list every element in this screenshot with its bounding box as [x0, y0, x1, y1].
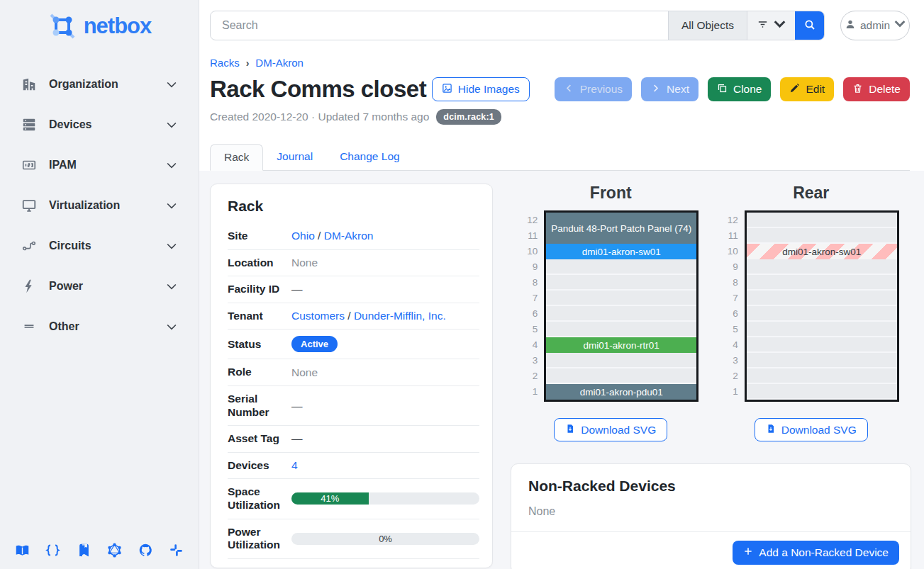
next-button[interactable]: Next: [641, 77, 698, 101]
slack-icon[interactable]: [169, 542, 184, 558]
person-icon: [845, 18, 856, 33]
search-scope-button[interactable]: All Objects: [668, 11, 747, 40]
search-filter-dropdown[interactable]: [747, 11, 795, 40]
unit-number: 5: [523, 322, 544, 337]
page-title: Rack Comms closet: [210, 76, 432, 103]
plus-icon: [743, 546, 753, 559]
page-header: Racks›DM-Akron Rack Comms closet Hide Im…: [199, 40, 924, 171]
detail-label: Status: [228, 329, 280, 359]
chevron-right-icon: [650, 83, 661, 96]
breadcrumb-link-racks[interactable]: Racks: [210, 57, 240, 69]
breadcrumb-chevron-icon: ›: [246, 57, 250, 69]
device-count-link[interactable]: 4: [291, 459, 298, 471]
link-dunder-mifflin-inc[interactable]: Dunder-Mifflin, Inc.: [354, 310, 446, 322]
add-non-racked-device-button[interactable]: Add a Non-Racked Device: [733, 541, 899, 565]
global-search-group: All Objects: [210, 11, 825, 40]
chevron-down-icon: [165, 158, 179, 172]
empty-rack-unit[interactable]: [747, 337, 897, 353]
empty-rack-unit[interactable]: [747, 368, 897, 384]
caret-down-icon: [894, 18, 906, 33]
rack-device-dmi01-akron-rtr01[interactable]: dmi01-akron-rtr01: [546, 337, 696, 353]
code-braces-icon[interactable]: [45, 542, 61, 558]
book-icon[interactable]: [76, 542, 91, 558]
book-open-icon[interactable]: [14, 542, 30, 558]
sidebar-item-virtualization[interactable]: Virtualization: [0, 185, 199, 225]
hide-images-button[interactable]: Hide Images: [432, 77, 530, 101]
graphql-icon[interactable]: [107, 542, 123, 558]
detail-label: Serial Number: [228, 385, 280, 425]
empty-rack-unit[interactable]: [747, 213, 897, 228]
detail-value: None: [280, 249, 479, 276]
sidebar-item-organization[interactable]: Organization: [0, 64, 199, 104]
previous-button[interactable]: Previous: [555, 77, 632, 101]
detail-label: Tenant: [228, 303, 280, 329]
github-icon[interactable]: [138, 542, 153, 558]
sidebar-item-label: Virtualization: [49, 199, 152, 212]
empty-rack-unit[interactable]: [747, 306, 897, 322]
tab-change-log[interactable]: Change Log: [326, 144, 413, 171]
rack-device-dmi01-akron-sw01[interactable]: dmi01-akron-sw01: [747, 244, 897, 259]
user-menu[interactable]: admin: [840, 11, 910, 40]
elevation-title: Front: [590, 184, 632, 203]
unit-number: 9: [523, 259, 544, 275]
tabs: RackJournalChange Log: [210, 144, 910, 171]
tab-rack[interactable]: Rack: [210, 144, 263, 171]
rack-device-panduit-48-port-patch-panel-74[interactable]: Panduit 48-Port Patch Panel (74): [546, 213, 696, 244]
unit-number: 3: [723, 353, 745, 368]
netbox-logo-text: netbox: [84, 13, 152, 39]
detail-value: None: [280, 359, 479, 386]
detail-value: —: [280, 426, 479, 453]
empty-rack-unit[interactable]: [546, 353, 696, 368]
link-ohio[interactable]: Ohio: [291, 230, 315, 242]
link-dm-akron[interactable]: DM-Akron: [324, 230, 374, 242]
empty-rack-unit[interactable]: [546, 291, 696, 306]
tab-journal[interactable]: Journal: [263, 144, 326, 171]
unit-number: 7: [723, 291, 745, 306]
sidebar-item-label: IPAM: [49, 159, 152, 171]
empty-rack-unit[interactable]: [747, 322, 897, 337]
empty-rack-unit[interactable]: [747, 259, 897, 275]
rack-device-dmi01-akron-pdu01[interactable]: dmi01-akron-pdu01: [546, 384, 696, 400]
edit-button[interactable]: Edit: [780, 77, 834, 101]
sidebar-item-power[interactable]: Power: [0, 266, 199, 306]
created-updated-text: Created 2020-12-20 · Updated 7 months ag…: [210, 111, 429, 123]
rack-device-dmi01-akron-sw01[interactable]: dmi01-akron-sw01: [546, 244, 696, 259]
sidebar-item-ipam[interactable]: IPAM: [0, 145, 199, 185]
empty-rack-unit[interactable]: [747, 275, 897, 291]
empty-rack-unit[interactable]: [546, 259, 696, 275]
unit-number: 9: [723, 259, 745, 275]
unit-number: 3: [523, 353, 544, 368]
empty-rack-unit[interactable]: [546, 275, 696, 291]
empty-rack-unit[interactable]: [747, 353, 897, 368]
sidebar-item-label: Power: [49, 280, 152, 293]
clone-button[interactable]: Clone: [708, 77, 772, 101]
sidebar-item-circuits[interactable]: Circuits: [0, 225, 199, 266]
empty-rack-unit[interactable]: [747, 291, 897, 306]
pencil-icon: [789, 83, 800, 96]
download-svg-rear-button[interactable]: Download SVG: [755, 418, 868, 441]
unit-labels: 121110987654321: [723, 210, 745, 402]
detail-row-power-utilization: Power Utilization0%: [228, 519, 479, 558]
chevron-down-icon: [165, 279, 179, 293]
empty-rack-unit[interactable]: [747, 384, 897, 400]
netbox-logo[interactable]: netbox: [0, 4, 199, 48]
breadcrumb-link-dm-akron[interactable]: DM-Akron: [255, 57, 304, 69]
unit-number: 1: [723, 384, 745, 400]
search-input[interactable]: [211, 11, 668, 40]
sidebar-item-other[interactable]: Other: [0, 306, 199, 347]
empty-rack-unit[interactable]: [546, 306, 696, 322]
unit-number: 8: [523, 275, 544, 291]
empty-rack-unit[interactable]: [546, 322, 696, 337]
delete-button[interactable]: Delete: [843, 77, 910, 101]
download-svg-front-button[interactable]: Download SVG: [554, 418, 667, 441]
empty-rack-unit[interactable]: [546, 368, 696, 384]
rear-elevation: Rear 121110987654321 dmi01-akron-sw01 Do…: [711, 184, 912, 441]
detail-label: Facility ID: [228, 276, 280, 303]
empty-rack-unit[interactable]: [747, 228, 897, 244]
non-racked-empty-text: None: [511, 495, 911, 531]
building-icon: [21, 77, 37, 92]
link-customers[interactable]: Customers: [291, 310, 345, 322]
unit-number: 8: [723, 275, 745, 291]
search-submit-button[interactable]: [795, 11, 824, 40]
sidebar-item-devices[interactable]: Devices: [0, 104, 199, 145]
